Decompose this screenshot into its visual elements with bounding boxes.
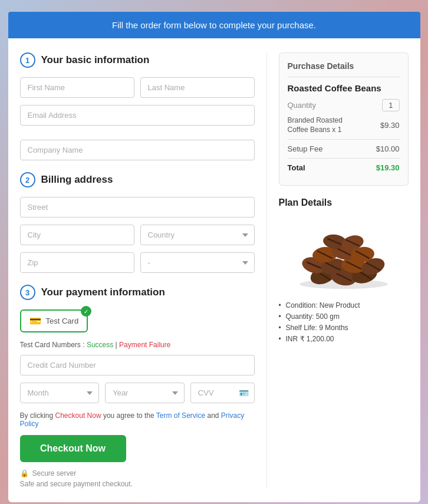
- section-2-number: 2: [20, 172, 35, 187]
- plan-details: Plan Details: [279, 197, 409, 343]
- terms-and: and: [207, 411, 220, 420]
- payment-title: Your payment information: [41, 286, 165, 298]
- banner-text: Fill the order form below to complete yo…: [112, 20, 316, 30]
- first-name-input[interactable]: [20, 77, 134, 98]
- setup-fee-price: $10.00: [376, 144, 400, 153]
- section-3-number: 3: [20, 285, 35, 300]
- cvv-card-icon: 🪪: [239, 388, 249, 398]
- payment-header: 3 Your payment information: [20, 285, 255, 300]
- billing-header: 2 Billing address: [20, 172, 255, 187]
- expiry-cvv-row: Month Year 🪪: [20, 383, 255, 403]
- product-image-container: [279, 216, 409, 293]
- section-1-number: 1: [20, 52, 35, 68]
- city-input[interactable]: [20, 225, 134, 245]
- line-item-row: Branded Roasted Coffee Beans x 1 $9.30: [288, 116, 400, 134]
- payment-section: 3 Your payment information ✓ 💳 Test Card…: [20, 285, 255, 488]
- main-card: 1 Your basic information 2: [8, 38, 420, 502]
- setup-fee-label: Setup Fee: [288, 144, 323, 153]
- total-row: Total $19.30: [288, 158, 400, 172]
- card-check-icon: ✓: [81, 306, 91, 317]
- zip-input[interactable]: [20, 252, 134, 273]
- plan-bullet-item: Condition: New Product: [279, 301, 409, 309]
- state-select[interactable]: -: [140, 252, 255, 273]
- email-row: [20, 105, 255, 133]
- street-row: [20, 197, 255, 218]
- test-card-notice: Test Card Numbers : Success | Payment Fa…: [20, 341, 255, 349]
- zip-state-row: -: [20, 252, 255, 273]
- right-column: Purchase Details Roasted Coffee Beans Qu…: [267, 52, 409, 488]
- terms-text: By clicking Checkout Now you agree to th…: [20, 411, 255, 428]
- tos-link[interactable]: Term of Service: [156, 411, 205, 420]
- cc-number-input[interactable]: [20, 355, 255, 375]
- quantity-value: 1: [382, 99, 399, 111]
- credit-card-icon: 💳: [29, 315, 41, 327]
- cvv-wrapper: 🪪: [190, 383, 255, 403]
- quantity-row: Quantity 1: [288, 99, 400, 111]
- secure-subtext: Safe and secure payment checkout.: [20, 480, 255, 488]
- secure-server-row: 🔒 Secure server: [20, 469, 255, 477]
- failure-link[interactable]: Payment Failure: [119, 341, 170, 349]
- purchase-details-box: Purchase Details Roasted Coffee Beans Qu…: [279, 52, 409, 186]
- test-notice-prefix: Test Card Numbers :: [20, 341, 87, 349]
- checkout-button[interactable]: Checkout Now: [20, 435, 126, 462]
- cc-number-row: [20, 355, 255, 375]
- purchase-details-title: Purchase Details: [288, 61, 400, 77]
- basic-info-title: Your basic information: [41, 54, 150, 66]
- terms-middle: you agree to the: [103, 411, 156, 420]
- plan-bullet-item: Quantity: 500 gm: [279, 312, 409, 321]
- terms-checkout-word: Checkout Now: [55, 411, 101, 420]
- quantity-label: Quantity: [288, 101, 316, 110]
- company-row: [20, 140, 255, 160]
- billing-title: Billing address: [41, 174, 113, 186]
- company-input[interactable]: [20, 140, 255, 160]
- total-label: Total: [288, 163, 305, 172]
- plan-bullets: Condition: New ProductQuantity: 500 gmSh…: [279, 301, 409, 343]
- month-select[interactable]: Month: [20, 383, 100, 403]
- plan-bullet-item: INR ₹ 1,200.00: [279, 335, 409, 343]
- name-row: [20, 77, 255, 98]
- left-column: 1 Your basic information 2: [20, 52, 267, 488]
- card-options: ✓ 💳 Test Card: [20, 309, 255, 332]
- line-item-label: Branded Roasted Coffee Beans x 1: [288, 116, 364, 134]
- total-price: $19.30: [376, 163, 400, 172]
- billing-section: 2 Billing address Country -: [20, 172, 255, 273]
- secure-label: Secure server: [32, 469, 77, 477]
- product-name: Roasted Coffee Beans: [288, 83, 400, 93]
- city-country-row: Country: [20, 225, 255, 245]
- street-input[interactable]: [20, 197, 255, 218]
- basic-info-header: 1 Your basic information: [20, 52, 255, 68]
- plan-details-title: Plan Details: [279, 197, 409, 208]
- test-card-option[interactable]: ✓ 💳 Test Card: [20, 309, 88, 332]
- email-input[interactable]: [20, 105, 255, 126]
- line-item-price: $9.30: [380, 121, 400, 130]
- plan-bullet-item: Shelf Life: 9 Months: [279, 324, 409, 332]
- coffee-beans-image: [291, 219, 397, 290]
- lock-icon: 🔒: [20, 469, 29, 477]
- year-select[interactable]: Year: [105, 383, 185, 403]
- top-banner: Fill the order form below to complete yo…: [8, 12, 420, 38]
- last-name-input[interactable]: [140, 77, 255, 98]
- page-wrapper: Fill the order form below to complete yo…: [8, 12, 420, 502]
- success-link[interactable]: Success: [87, 341, 113, 349]
- country-select[interactable]: Country: [140, 225, 255, 245]
- test-card-label: Test Card: [46, 317, 79, 325]
- setup-fee-row: Setup Fee $10.00: [288, 139, 400, 153]
- terms-prefix: By clicking: [20, 411, 55, 420]
